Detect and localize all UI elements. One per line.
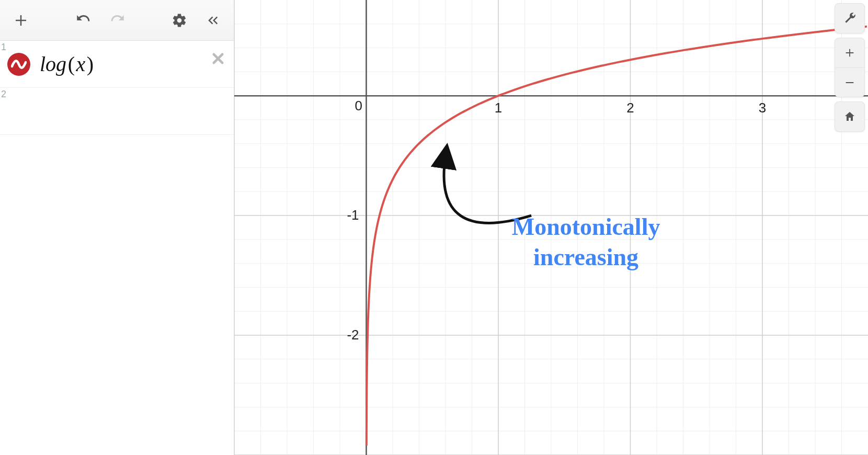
annotation-line1: Monotonically <box>512 212 660 242</box>
graph-controls <box>835 3 865 132</box>
zoom-out-button[interactable] <box>835 67 864 97</box>
expression-toolbar <box>0 0 234 41</box>
row-index: 1 <box>1 42 7 53</box>
minus-icon <box>844 77 855 88</box>
svg-text:2: 2 <box>626 100 634 116</box>
row-index: 2 <box>1 89 7 100</box>
expression-color-badge[interactable] <box>7 53 30 76</box>
add-expression-button[interactable] <box>4 5 38 36</box>
wave-icon <box>11 56 27 72</box>
svg-text:-2: -2 <box>347 327 359 343</box>
plus-icon <box>844 47 855 59</box>
svg-text:-1: -1 <box>347 207 359 223</box>
annotation-line2: increasing <box>512 242 660 272</box>
redo-button[interactable] <box>100 5 134 36</box>
svg-text:1: 1 <box>495 100 502 116</box>
wrench-icon <box>843 12 856 25</box>
graph-canvas[interactable]: 123-1-2 0 Monotonically increasing <box>234 0 868 455</box>
expression-row[interactable]: 1 log ( x ) <box>0 41 234 88</box>
origin-label: 0 <box>355 98 362 114</box>
home-button[interactable] <box>835 102 864 131</box>
delete-expression-button[interactable] <box>208 48 229 69</box>
close-icon <box>211 51 225 66</box>
expression-panel: 1 log ( x ) 2 <box>0 0 234 455</box>
expression-text[interactable]: log ( x ) <box>40 52 94 76</box>
home-icon <box>843 110 856 123</box>
graph-settings-button[interactable] <box>835 4 864 33</box>
expression-rows: 1 log ( x ) 2 <box>0 41 234 135</box>
undo-button[interactable] <box>67 5 100 36</box>
settings-button[interactable] <box>163 5 196 36</box>
collapse-panel-button[interactable] <box>196 5 230 36</box>
svg-text:3: 3 <box>759 100 766 116</box>
zoom-in-button[interactable] <box>835 38 864 67</box>
annotation-text: Monotonically increasing <box>512 212 660 272</box>
expression-row[interactable]: 2 <box>0 88 234 135</box>
